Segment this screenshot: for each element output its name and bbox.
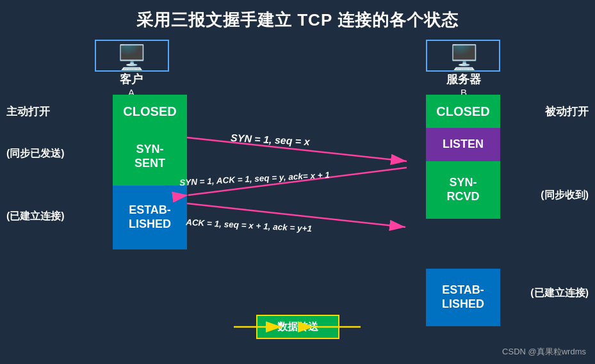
sync-sent-label: (同步已发送)	[6, 147, 65, 161]
client-area: 🖥️ 客户 A	[99, 44, 163, 98]
connected-right-label: (已建立连接)	[530, 287, 589, 300]
active-open-label: 主动打开	[6, 104, 50, 119]
data-transfer-box: 数据传送	[256, 315, 339, 339]
watermark: CSDN @真果粒wrdms	[502, 346, 586, 358]
connected-left-label: (已建立连接)	[6, 210, 65, 223]
passive-open-label: 被动打开	[545, 104, 589, 119]
sync-received-label: (同步收到)	[541, 189, 589, 202]
syn-rcvd-box: SYN- RCVD	[426, 161, 500, 219]
client-closed-box: CLOSED	[113, 95, 187, 128]
syn-sent-box: SYN- SENT	[113, 128, 187, 186]
client-established-box: ESTAB- LISHED	[113, 186, 187, 249]
syn-label: SYN = 1, seq = x	[231, 132, 310, 148]
client-label: 客户	[99, 72, 163, 87]
server-closed-box: CLOSED	[426, 95, 500, 128]
server-computer-icon: 🖥️	[432, 44, 496, 72]
server-established-box: ESTAB- LISHED	[426, 269, 500, 326]
ack-label: ACK = 1, seq = x + 1, ack = y+1	[186, 218, 313, 233]
syn-ack-label: SYN = 1, ACK = 1, seq = y, ack= x + 1	[179, 170, 330, 187]
listen-box: LISTEN	[426, 128, 500, 161]
server-area: 🖥️ 服务器 B	[432, 44, 496, 98]
server-label: 服务器	[432, 72, 496, 87]
diagram-container: 采用三报文握手建立 TCP 连接的各个状态 🖥️ 客户 A 🖥️ 服务器 B C…	[0, 0, 595, 364]
arrows-svg	[0, 0, 595, 364]
client-computer-icon: 🖥️	[99, 44, 163, 72]
page-title: 采用三报文握手建立 TCP 连接的各个状态	[0, 0, 595, 31]
